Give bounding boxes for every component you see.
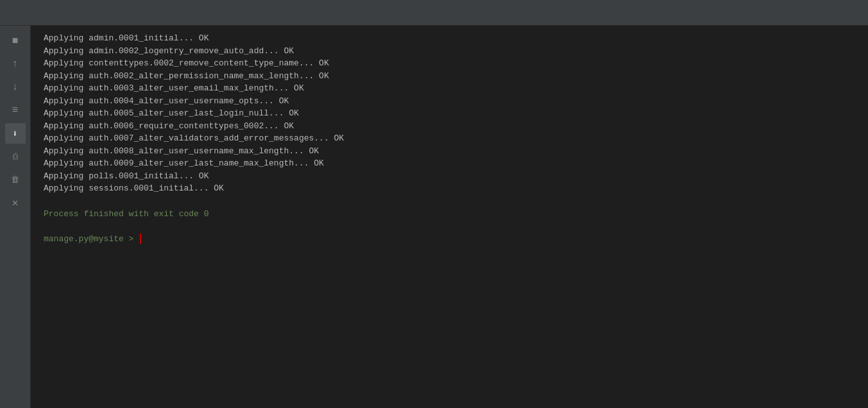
prompt-line: manage.py@mysite > [44,233,855,246]
terminal-line: Applying sessions.0001_initial... OK [44,182,855,195]
migration-detail: contenttypes.0002_remove_content_type_na… [83,58,328,68]
wrap-lines-button[interactable]: ≡ [5,100,26,121]
migration-detail: auth.0009_alter_user_last_name_max_lengt… [83,158,323,168]
migration-detail: admin.0001_initial... OK [83,33,208,43]
applying-keyword: Applying [44,71,83,81]
migration-detail: auth.0005_alter_user_last_login_null... … [83,108,298,118]
sidebar: ■ ↑ ↓ ≡ ⬇ ⎙ 🗑 ✕ [0,26,31,408]
terminal-line: Applying contenttypes.0002_remove_conten… [44,57,855,70]
tab-close-button[interactable] [846,8,856,18]
applying-keyword: Applying [44,158,83,168]
migration-detail: auth.0006_require_contenttypes_0002... O… [83,121,294,131]
migration-detail: auth.0002_alter_permission_name_max_leng… [83,71,328,81]
trash-icon: 🗑 [11,175,19,185]
print-button[interactable]: ⎙ [5,146,26,167]
clear-button[interactable]: 🗑 [5,169,26,190]
applying-keyword: Applying [44,108,83,118]
terminal-line: Applying admin.0002_logentry_remove_auto… [44,45,855,58]
terminal-line: Applying polls.0001_initial... OK [44,170,855,183]
applying-keyword: Applying [44,146,83,156]
migration-detail: polls.0001_initial... OK [83,171,208,181]
prompt-space [133,233,139,246]
process-finished-line: Process finished with exit code 0 [44,208,855,221]
prompt-text: manage.py@mysite > [44,233,133,246]
terminal-line: Applying auth.0004_alter_user_username_o… [44,95,855,108]
terminal-output: Applying admin.0001_initial... OKApplyin… [31,26,868,408]
save-icon: ⬇ [12,128,17,139]
close-icon: ✕ [12,196,19,209]
applying-keyword: Applying [44,171,83,181]
migration-detail: auth.0004_alter_user_username_opts... OK [83,96,289,106]
cursor [140,234,141,244]
terminal-line: Applying auth.0008_alter_user_username_m… [44,145,855,158]
scroll-down-button[interactable]: ↓ [5,77,26,98]
migration-detail: auth.0007_alter_validators_add_error_mes… [83,133,344,143]
terminal-line: Applying auth.0005_alter_user_last_login… [44,107,855,120]
terminal-line: Applying auth.0006_require_contenttypes_… [44,120,855,133]
save-output-button[interactable]: ⬇ [5,123,26,144]
print-icon: ⎙ [13,152,18,162]
applying-keyword: Applying [44,33,83,43]
applying-keyword: Applying [44,121,83,131]
close-button[interactable]: ✕ [5,192,26,213]
main-content: ■ ↑ ↓ ≡ ⬇ ⎙ 🗑 ✕ [0,26,868,408]
migration-detail: auth.0003_alter_user_email_max_length...… [83,83,303,93]
applying-keyword: Applying [44,46,83,56]
scroll-up-button[interactable]: ↑ [5,54,26,74]
applying-keyword: Applying [44,83,83,93]
migration-detail: sessions.0001_initial... OK [83,183,223,193]
terminal-window: ■ ↑ ↓ ≡ ⬇ ⎙ 🗑 ✕ [0,0,868,408]
wrap-icon: ≡ [12,105,19,116]
terminal-line: Applying auth.0003_alter_user_email_max_… [44,82,855,95]
terminal-line: Applying admin.0001_initial... OK [44,32,855,45]
arrow-up-icon: ↑ [12,58,19,70]
terminal-line: Applying auth.0007_alter_validators_add_… [44,132,855,145]
terminal-area[interactable]: Applying admin.0001_initial... OKApplyin… [31,26,868,408]
stop-button[interactable]: ■ [5,31,26,51]
title-bar [0,0,868,26]
arrow-down-icon: ↓ [12,81,19,93]
applying-keyword: Applying [44,58,83,68]
stop-icon: ■ [12,35,19,47]
migration-detail: auth.0008_alter_user_username_max_length… [83,146,319,156]
terminal-line: Applying auth.0002_alter_permission_name… [44,70,855,83]
applying-keyword: Applying [44,133,83,143]
applying-keyword: Applying [44,183,83,193]
applying-keyword: Applying [44,96,83,106]
migration-detail: admin.0002_logentry_remove_auto_add... O… [83,46,294,56]
terminal-line: Applying auth.0009_alter_user_last_name_… [44,157,855,170]
